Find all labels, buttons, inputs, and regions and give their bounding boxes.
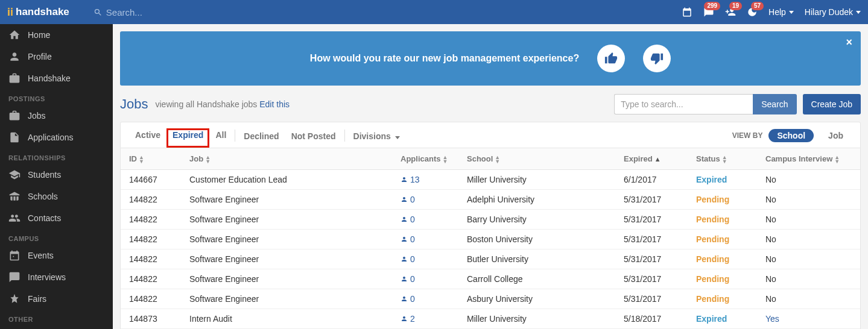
chevron-down-icon [856,11,861,14]
col-school[interactable]: School▲▼ [467,154,624,163]
cell-id: 144873 [129,314,189,324]
cell-status: Expired [696,314,765,324]
cell-applicants[interactable]: 0 [401,254,467,264]
thumbs-up-button[interactable] [597,45,625,72]
cell-applicants[interactable]: 0 [401,195,467,204]
cell-job: Software Engineer [189,274,401,284]
tab-divisions[interactable]: Divisions [347,130,406,147]
alerts-header-icon[interactable]: 57 [747,7,758,17]
feedback-banner: How would you rate our new job managemen… [120,31,861,86]
cell-applicants[interactable]: 0 [401,215,467,224]
col-applicants[interactable]: Applicants▲▼ [401,154,467,163]
cell-id: 144822 [129,234,189,244]
cell-expired: 5/31/2017 [624,254,696,264]
cell-status: Pending [696,215,765,224]
col-job[interactable]: Job▲▼ [189,154,401,163]
cell-status: Pending [696,274,765,284]
help-link[interactable]: Help [768,7,794,17]
sidebar-item-handshake[interactable]: Handshake [0,67,113,89]
tab-active[interactable]: Active [129,128,166,148]
global-search[interactable]: Search... [93,7,142,17]
table-row[interactable]: 144822Software Engineer 0Adelphi Univers… [121,190,860,210]
sidebar-item-students[interactable]: Students [0,164,113,186]
table-row[interactable]: 144822Software Engineer 0Carroll College… [121,269,860,289]
brand: handshake [16,6,69,18]
view-by-job[interactable]: Job [820,129,852,142]
sidebar-item-interviews[interactable]: Interviews [0,266,113,288]
banner-close[interactable]: × [846,36,852,49]
view-by-school[interactable]: School [768,129,814,142]
tab-not-posted[interactable]: Not Posted [285,130,342,147]
user-icon [401,236,408,243]
tab-declined[interactable]: Declined [238,130,285,147]
page-actions: Search Create Job [614,94,861,114]
cell-id: 144822 [129,274,189,284]
table-row[interactable]: 144822Software Engineer 0Butler Universi… [121,249,860,269]
cell-applicants[interactable]: 0 [401,274,467,284]
cell-applicants[interactable]: 13 [401,175,467,184]
cell-job: Intern Audit [189,314,401,324]
sidebar-item-surveys[interactable]: Surveys [0,325,113,329]
user-icon [401,275,408,283]
cell-applicants[interactable]: 2 [401,314,467,324]
cell-expired: 5/18/2017 [624,314,696,324]
sidebar-item-fairs[interactable]: Fairs [0,288,113,310]
cell-campus: No [765,254,852,264]
user-menu[interactable]: Hilary Dudek [805,7,861,17]
cell-applicants[interactable]: 0 [401,234,467,244]
cell-school: Asbury University [467,294,624,304]
table-row[interactable]: 144822Software Engineer 0Barry Universit… [121,210,860,230]
user-icon [401,315,408,322]
cell-id: 144822 [129,294,189,304]
banner-text: How would you rate our new job managemen… [310,53,579,64]
user-icon [401,196,408,203]
cell-status: Pending [696,234,765,244]
col-id[interactable]: ID▲▼ [129,154,189,163]
sidebar-item-contacts[interactable]: Contacts [0,207,113,229]
sidebar-item-schools[interactable]: Schools [0,186,113,207]
cell-campus: Yes [765,314,852,324]
messages-header-icon[interactable]: 299 [703,7,714,17]
handshake-icon [8,72,21,84]
thumbs-down-button[interactable] [643,45,671,72]
table-row[interactable]: 144667Customer Education Lead 13Miller U… [121,170,860,190]
user-icon [401,295,408,302]
create-job-button[interactable]: Create Job [803,94,861,114]
search-button[interactable]: Search [753,94,796,114]
sidebar-item-label: Interviews [28,272,66,282]
cell-job: Software Engineer [189,234,401,244]
sidebar: HomeProfileHandshake POSTINGSJobsApplica… [0,24,113,329]
notifications-header-icon[interactable]: 19 [725,7,736,17]
sidebar-item-profile[interactable]: Profile [0,46,113,67]
cell-school: Adelphi University [467,195,624,204]
calendar-header-icon[interactable] [682,7,692,17]
cell-school: Barry University [467,215,624,224]
sidebar-item-home[interactable]: Home [0,24,113,46]
edit-link[interactable]: Edit this [259,99,290,109]
table-row[interactable]: 144873Intern Audit 2Miller University5/1… [121,309,860,329]
sidebar-item-events[interactable]: Events [0,245,113,266]
logo[interactable]: ii handshake [7,6,69,19]
col-status[interactable]: Status▲▼ [696,154,765,163]
sidebar-section: CAMPUS [0,229,113,245]
col-campus[interactable]: Campus Interview▲▼ [765,154,852,163]
students-icon [8,169,21,181]
contacts-icon [8,212,21,224]
col-expired[interactable]: Expired▲ [624,154,696,163]
table-row[interactable]: 144822Software Engineer 0Asbury Universi… [121,289,860,309]
tab-expired[interactable]: Expired [166,128,209,148]
jobs-search-input[interactable] [614,94,753,114]
table-header: ID▲▼ Job▲▼ Applicants▲▼ School▲▼ Expired… [120,148,861,170]
cell-applicants[interactable]: 0 [401,294,467,304]
page-header: Jobs viewing all Handshake jobs Edit thi… [120,94,861,114]
cell-school: Miller University [467,175,624,184]
cell-id: 144822 [129,195,189,204]
thumbs-down-icon [650,52,664,65]
table-row[interactable]: 144822Software Engineer 0Boston Universi… [121,230,860,249]
sidebar-item-applications[interactable]: Applications [0,127,113,148]
search-placeholder: Search... [106,7,142,17]
sidebar-item-jobs[interactable]: Jobs [0,105,113,127]
tab-all[interactable]: All [209,128,232,148]
page-subtitle: viewing all Handshake jobs Edit this [155,99,290,109]
schools-icon [8,190,21,202]
